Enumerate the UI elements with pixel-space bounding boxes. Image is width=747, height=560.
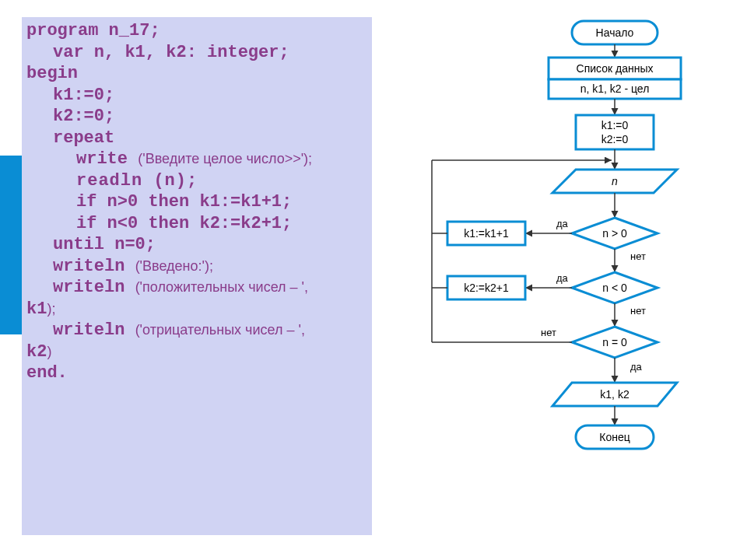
code-text: k2:=0;	[53, 107, 114, 126]
flow-start-label: Начало	[596, 26, 634, 39]
kw-repeat: repeat	[53, 128, 114, 148]
flow-data-vars-label: n, k1, k2 - цел	[580, 82, 650, 95]
kw-then: then	[148, 192, 189, 212]
flow-act1-label: k1:=k1+1	[464, 227, 509, 240]
flow-no-label: нет	[630, 305, 646, 317]
code-text: n, k1, k2: integer;	[84, 43, 289, 62]
flow-yes-label: да	[556, 272, 569, 284]
left-accent-bar	[0, 156, 22, 334]
code-string: );	[47, 301, 55, 317]
code-text: k1	[26, 299, 47, 319]
flow-act2-label: k2:=k2+1	[464, 282, 509, 294]
code-text: k2	[26, 342, 47, 362]
flow-init2-label: k2:=0	[601, 133, 629, 145]
flow-cond3-label: n = 0	[602, 336, 627, 348]
code-text: n_17;	[98, 21, 160, 40]
flow-cond1-label: n > 0	[602, 227, 627, 240]
flow-no-label: нет	[630, 250, 646, 262]
flow-output-label: k1, k2	[600, 388, 630, 401]
kw-end: end.	[26, 363, 68, 383]
flow-data-title-label: Список данных	[577, 62, 654, 75]
code-text: readln (n);	[76, 171, 198, 191]
code-text: writeln	[53, 320, 135, 340]
flowchart: Начало Список данных n, k1, k2 - цел k1:…	[397, 17, 731, 538]
kw-until: until	[53, 235, 104, 254]
kw-var: var	[53, 43, 84, 62]
code-text: k1:=0;	[53, 86, 114, 105]
code-string: ('Введите целое число>>');	[138, 151, 312, 166]
kw-if: if	[76, 192, 96, 212]
flow-yes-label: да	[556, 218, 569, 229]
code-text: n>0	[96, 192, 148, 212]
flow-yes-label: да	[630, 361, 643, 373]
code-text: k1:=k1+1;	[189, 192, 292, 212]
code-text: writeln	[53, 278, 135, 297]
kw-if: if	[76, 214, 96, 233]
kw-begin: begin	[26, 64, 78, 83]
kw-program: program	[26, 21, 98, 40]
code-text: k2:=k2+1;	[189, 214, 292, 233]
code-text: n<0	[96, 214, 148, 233]
flow-init1-label: k1:=0	[601, 119, 629, 131]
code-text: writeln	[53, 257, 135, 276]
code-text: n=0;	[104, 235, 156, 254]
flow-no-label: нет	[541, 327, 556, 338]
kw-then: then	[148, 214, 189, 233]
flow-cond2-label: n < 0	[602, 282, 627, 294]
flow-input-n-label: n	[612, 175, 618, 187]
code-text: write	[76, 149, 138, 169]
flow-end-label: Конец	[599, 431, 630, 443]
code-string: ('положительных чисел – ',	[135, 279, 308, 295]
code-string: )	[47, 344, 51, 359]
code-panel: program n_17; var n, k1, k2: integer; be…	[22, 17, 372, 535]
code-string: ('отрицательных чисел – ',	[135, 322, 305, 338]
code-string: ('Введено:');	[135, 258, 213, 274]
